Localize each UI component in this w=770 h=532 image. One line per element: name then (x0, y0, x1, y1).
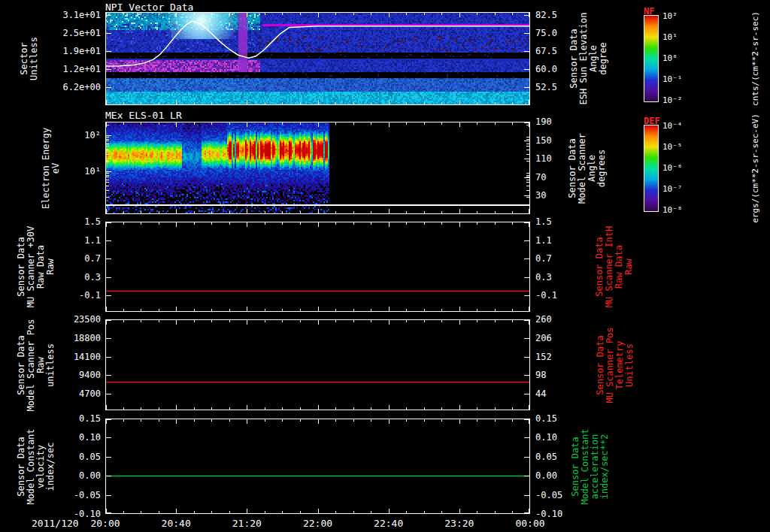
y-tick-label: 67.5 (535, 47, 557, 56)
axis-label-scanpos-right: Sensor Data MU Scanner Pos Telemetry Uni… (596, 327, 635, 403)
axis-label-mu30v-right: Sensor Data MU Scanner IntH Raw Data Raw (595, 226, 634, 307)
y-tick-label: 0.15 (42, 414, 101, 423)
axis-label-modelconst-left: Sensor Data Model Constant velocity inde… (17, 428, 56, 504)
axis-label-scanpos-left: Sensor Data Model Scanner Pos Raw unitle… (17, 319, 56, 411)
y-tick-label: 152 (535, 352, 552, 361)
panel-title-els: MEx ELS-01 LR (105, 110, 182, 121)
y-tick-label: 82.5 (535, 11, 557, 20)
plot-canvas-npi (105, 12, 530, 105)
y-tick-label: 206 (535, 334, 552, 343)
colorbar-tick-label: 10¹ (662, 33, 678, 42)
y-tick-label: 260 (535, 315, 552, 324)
plot-canvas-modelconst (105, 419, 530, 514)
y-tick-label: 3.1e+01 (42, 11, 101, 20)
y-tick-label: -0.05 (535, 491, 562, 500)
colorbar-tick-label: 10⁻⁷ (662, 185, 683, 194)
y-tick-label: 1.5 (535, 217, 552, 226)
x-tick-label: 21:20 (232, 518, 262, 529)
colorbar-tick-label: 10² (662, 12, 678, 21)
colorbar-tick-label: 10⁻⁶ (662, 164, 683, 173)
y-tick-label: 0.15 (535, 414, 557, 423)
y-tick-label: 110 (535, 154, 552, 163)
colorbar-tick-label: 10⁻⁸ (662, 206, 683, 215)
y-tick-label: 52.5 (535, 83, 557, 92)
y-tick-label: 0.00 (535, 471, 557, 480)
colorbar-tick-label: 10⁰ (662, 54, 678, 63)
plot-canvas-els (105, 122, 530, 214)
y-tick-label: 1.1 (535, 236, 552, 245)
y-tick-label: 60.0 (535, 65, 557, 74)
y-tick-label: 70 (535, 173, 546, 182)
plot-canvas-scanpos (105, 319, 530, 410)
colorbar-nf (644, 15, 659, 102)
x-tick-label: 20:00 (90, 518, 120, 529)
y-tick-label: 1.9e+01 (42, 47, 101, 56)
y-tick-label: 1.2e+01 (42, 65, 101, 74)
colorbar-tick-label: 10⁻⁴ (662, 122, 683, 131)
y-tick-label: 1.5 (42, 217, 101, 226)
axis-label-mu30v-left: Sensor Data MU Scanner +30V Raw Data Raw (17, 226, 56, 307)
y-tick-label: 0.7 (535, 254, 552, 263)
colorbar-tick-label: 10⁻² (662, 96, 683, 105)
x-tick-label: 22:40 (374, 518, 403, 529)
axis-label-npi-right: Sensor Data ESH Sun Elevation Angle degr… (569, 13, 608, 105)
colorbar-tick-label: 10⁻⁵ (662, 143, 683, 152)
colorbar-tick-label: 10⁻¹ (662, 75, 683, 84)
colorbar-title-def: DEF (644, 116, 660, 126)
multi-panel-science-plot: NPI Vector Data MEx ELS-01 LR 2011/120 3… (0, 0, 770, 532)
y-tick-label: 44 (535, 389, 546, 398)
colorbar-units-def: ergs/(cm**2-sr-sec-eV) (750, 113, 760, 223)
x-tick-label: 22:00 (303, 518, 332, 529)
axis-label-modelconst-right: Sensor Data Model Constant acceleration … (571, 428, 610, 504)
colorbar-units-nf: cnts/(cm**2-sr-sec) (750, 11, 760, 106)
y-tick-label: 30 (535, 191, 546, 200)
y-tick-label: -0.1 (535, 291, 557, 300)
axis-label-els-left: Electron Energy eV (41, 127, 61, 208)
y-tick-label: 6.2e+00 (42, 83, 101, 92)
panel-title-npi: NPI Vector Data (105, 2, 193, 13)
axis-label-npi-left: Sector Unitless (20, 37, 39, 80)
y-tick-label: 75.0 (535, 29, 557, 38)
y-tick-label: 190 (535, 117, 552, 126)
x-tick-label: 20:40 (162, 518, 191, 529)
colorbar-def (644, 125, 659, 212)
axis-label-els-right: Sensor Data Model Scanner Angle degrees (568, 133, 607, 204)
x-tick-label: 23:20 (444, 518, 474, 529)
plot-canvas-mu30v (105, 222, 530, 312)
y-tick-label: 2.5e+01 (42, 29, 101, 38)
x-axis-date-label: 2011/120 (32, 518, 79, 529)
y-tick-label: 0.10 (535, 433, 557, 442)
y-tick-label: 150 (535, 136, 552, 145)
y-tick-label: 98 (535, 370, 546, 379)
x-tick-label: 00:00 (515, 518, 544, 529)
y-tick-label: 0.3 (535, 273, 552, 282)
colorbar-title-nf: NF (644, 6, 654, 17)
y-tick-label: 0.05 (535, 452, 557, 461)
